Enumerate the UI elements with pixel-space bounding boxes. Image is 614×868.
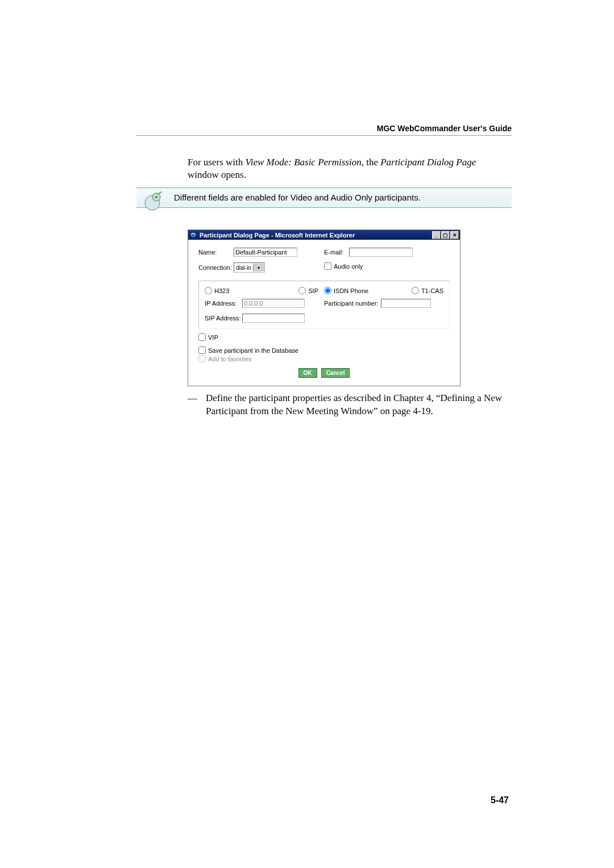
- email-field[interactable]: [349, 248, 413, 257]
- bullet-paragraph: — Define the participant properties as d…: [188, 392, 509, 418]
- vip-label: VIP: [208, 334, 218, 341]
- add-favorites-checkbox: [198, 355, 206, 362]
- intro-suffix: window opens.: [188, 169, 246, 180]
- ok-button[interactable]: OK: [298, 368, 317, 378]
- name-label: Name:: [198, 249, 234, 256]
- window-titlebar: Participant Dialog Page - Microsoft Inte…: [188, 230, 460, 240]
- dash-bullet: —: [188, 392, 206, 418]
- sip-label: SIP: [308, 287, 318, 294]
- note-callout: Different fields are enabled for Video a…: [136, 187, 512, 208]
- name-field[interactable]: [234, 248, 297, 257]
- h323-label: H323: [214, 287, 229, 294]
- note-icon: [141, 190, 164, 213]
- audio-only-label: Audio only: [334, 263, 363, 270]
- page-number: 5-47: [491, 795, 509, 806]
- chevron-down-icon[interactable]: ▾: [253, 264, 264, 272]
- connection-select[interactable]: dial-in ▾: [234, 262, 265, 273]
- participant-dialog-window: Participant Dialog Page - Microsoft Inte…: [188, 229, 460, 386]
- connection-value: dial-in: [234, 265, 253, 271]
- isdn-radio[interactable]: [324, 287, 331, 294]
- audio-only-checkbox[interactable]: [324, 262, 331, 270]
- sip-radio[interactable]: [298, 287, 306, 294]
- intro-paragraph: For users with View Mode: Basic Permissi…: [188, 156, 509, 181]
- window-maximize-button[interactable]: ▢: [441, 231, 450, 239]
- window-title: Participant Dialog Page - Microsoft Inte…: [200, 232, 432, 239]
- sip-address-field[interactable]: [242, 314, 305, 323]
- save-db-label: Save participant in the Database: [208, 347, 298, 354]
- svg-point-2: [155, 196, 157, 198]
- participant-number-field[interactable]: [381, 299, 431, 308]
- email-label: E-mail:: [324, 249, 349, 256]
- add-favorites-label: Add to favorites: [208, 356, 251, 362]
- dash-text: Define the participant properties as des…: [206, 392, 509, 418]
- h323-radio[interactable]: [205, 287, 212, 294]
- ie-icon: [189, 231, 197, 239]
- cancel-button[interactable]: Cancel: [321, 368, 350, 378]
- intro-mid: the: [364, 157, 380, 168]
- intro-italic-1: View Mode: Basic Permission,: [246, 157, 364, 168]
- vip-checkbox[interactable]: [198, 333, 206, 341]
- isdn-label: ISDN Phone: [334, 287, 368, 294]
- window-minimize-button[interactable]: _: [432, 231, 441, 239]
- t1cas-label: T1-CAS: [421, 287, 443, 294]
- window-close-button[interactable]: ✕: [450, 231, 459, 239]
- svg-rect-3: [157, 191, 162, 194]
- t1cas-radio[interactable]: [412, 287, 419, 294]
- sip-address-label: SIP Address:: [205, 315, 242, 322]
- dialog-body: Name: Connection: dial-in ▾ E-mail:: [188, 240, 460, 386]
- note-text: Different fields are enabled for Video a…: [174, 193, 421, 202]
- connection-label: Connection:: [198, 264, 234, 271]
- intro-prefix: For users with: [188, 157, 246, 168]
- intro-italic-2: Participant Dialog Page: [380, 157, 476, 168]
- ip-address-label: IP Address:: [205, 300, 242, 307]
- connection-type-group: H323 SIP IP Address: SIP Address:: [198, 281, 450, 329]
- page-header: MGC WebCommander User's Guide: [377, 124, 512, 133]
- header-rule: [136, 135, 512, 136]
- save-db-checkbox[interactable]: [198, 347, 206, 354]
- ip-address-field: [242, 299, 305, 308]
- participant-number-label: Participant number:: [324, 300, 381, 307]
